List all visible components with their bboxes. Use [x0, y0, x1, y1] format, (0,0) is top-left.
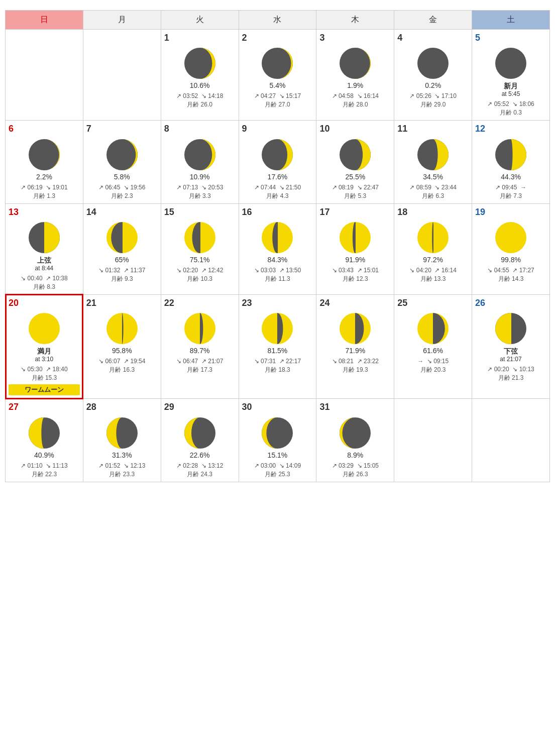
moon-age: 月齢 7.3 — [475, 192, 546, 200]
day-number: 2 — [242, 32, 313, 44]
moon-percent: 5.8% — [86, 173, 158, 181]
moon-image — [164, 417, 236, 449]
moon-image — [397, 312, 469, 345]
header-mon: 月 — [83, 11, 161, 30]
day-number: 26 — [475, 297, 546, 309]
day-number: 15 — [164, 206, 236, 219]
moon-percent: 34.5% — [397, 173, 469, 181]
day-number: 28 — [86, 401, 158, 413]
day-number: 31 — [319, 401, 391, 413]
table-row: 3015.1%↗ 03:00 ↘ 14:09月齢 25.3 — [239, 399, 316, 482]
moon-age: 月齢 6.3 — [397, 192, 469, 200]
moon-age: 月齢 17.3 — [164, 366, 236, 374]
rise-set-times: ↘ 01:32 ↗ 11:37 — [86, 266, 158, 275]
moon-age: 月齢 21.3 — [475, 374, 546, 382]
table-row: 2381.5%↘ 07:31 ↗ 22:17月齢 18.3 — [239, 294, 316, 398]
moon-image — [319, 47, 391, 79]
moon-age: 月齢 3.3 — [164, 192, 236, 200]
svg-point-13 — [495, 48, 526, 79]
day-number: 12 — [475, 123, 546, 135]
header-sun: 日 — [6, 11, 83, 30]
rise-set-times: ↗ 06:19 ↘ 19:01 — [9, 183, 80, 192]
table-row: 5新月at 5:45↗ 05:52 ↘ 18:06月齢 0.3 — [472, 30, 550, 121]
day-number: 24 — [319, 297, 391, 309]
moon-percent: 1.9% — [319, 81, 391, 89]
moon-age: 月齢 10.3 — [164, 275, 236, 283]
moon-image — [86, 139, 158, 171]
table-row: 1575.1%↘ 02:20 ↗ 12:42月齢 10.3 — [161, 203, 239, 294]
day-number: 22 — [164, 297, 236, 309]
table-row: 1465%↘ 01:32 ↗ 11:37月齢 9.3 — [83, 203, 161, 294]
day-number: 25 — [397, 297, 469, 309]
rise-set-times: ↗ 08:19 ↘ 22:47 — [319, 183, 391, 192]
moon-percent: 5.4% — [242, 81, 313, 89]
rise-set-times: ↗ 07:13 ↘ 20:53 — [164, 183, 236, 192]
moon-percent: 15.1% — [242, 451, 313, 459]
moon-age: 月齢 18.3 — [242, 366, 313, 374]
moon-image — [164, 47, 236, 79]
day-number: 8 — [164, 123, 236, 135]
moon-age: 月齢 0.3 — [475, 109, 546, 117]
moon-age: 月齢 20.3 — [397, 366, 469, 374]
day-number: 4 — [397, 32, 469, 44]
svg-point-60 — [495, 222, 526, 253]
moon-percent: 99.8% — [475, 256, 546, 264]
rise-set-times: ↗ 04:58 ↘ 16:14 — [319, 91, 391, 100]
rise-set-times: ↘ 06:47 ↗ 21:07 — [164, 357, 236, 366]
moon-image — [397, 47, 469, 79]
table-row: 13上弦at 8:44↘ 00:40 ↗ 10:38月齢 8.3 — [6, 203, 83, 294]
moon-percent: 8.9% — [319, 451, 391, 459]
moon-image — [164, 312, 236, 345]
moon-image — [475, 222, 546, 254]
rise-set-times: ↘ 05:30 ↗ 18:40 — [9, 365, 80, 374]
table-row: 31.9%↗ 04:58 ↘ 16:14月齢 28.0 — [316, 30, 394, 121]
moon-age: 月齢 27.0 — [242, 100, 313, 109]
table-row — [394, 399, 472, 482]
moon-age: 月齢 22.3 — [9, 470, 80, 479]
moon-percent: 81.5% — [242, 347, 313, 355]
moon-percent: 40.9% — [9, 451, 80, 459]
moon-image — [319, 139, 391, 171]
moon-age: 月齢 1.3 — [9, 192, 80, 200]
moon-age: 月齢 26.0 — [164, 100, 236, 109]
moon-image — [242, 417, 313, 449]
table-row: 25.4%↗ 04:27 ↘ 15:17月齢 27.0 — [239, 30, 316, 121]
table-row: 62.2%↗ 06:19 ↘ 19:01月齢 1.3 — [6, 121, 83, 203]
day-number: 19 — [475, 206, 546, 219]
day-number: 17 — [319, 206, 391, 219]
moon-image — [319, 312, 391, 345]
svg-point-61 — [29, 313, 60, 344]
day-number: 13 — [9, 206, 80, 219]
moon-percent: 84.3% — [242, 256, 313, 264]
day-number: 10 — [319, 123, 391, 135]
moon-age: 月齢 24.3 — [164, 470, 236, 479]
rise-set-times: ↗ 00:20 ↘ 10:13 — [475, 365, 546, 374]
moon-event-label: 新月 — [475, 81, 546, 90]
header-sat: 土 — [472, 11, 550, 30]
table-row: 1134.5%↗ 08:59 ↘ 23:44月齢 6.3 — [394, 121, 472, 203]
calendar-table: 日 月 火 水 木 金 土 110.6%↗ 03:52 ↘ 14:18月齢 26… — [5, 10, 550, 482]
moon-event-label: 下弦 — [475, 347, 546, 356]
table-row: 2740.9%↗ 01:10 ↘ 11:13月齢 22.3 — [6, 399, 83, 482]
moon-percent: 31.3% — [86, 451, 158, 459]
moon-age: 月齢 13.3 — [397, 275, 469, 283]
moon-age: 月齢 28.0 — [319, 100, 391, 109]
moon-image — [397, 139, 469, 171]
rise-set-times: ↘ 04:55 ↗ 17:27 — [475, 266, 546, 275]
moon-image — [397, 222, 469, 254]
moon-percent: 25.5% — [319, 173, 391, 181]
moon-image — [475, 47, 546, 79]
day-number: 14 — [86, 206, 158, 219]
rise-set-times: ↗ 01:52 ↘ 12:13 — [86, 461, 158, 470]
table-row: 810.9%↗ 07:13 ↘ 20:53月齢 3.3 — [161, 121, 239, 203]
moon-age: 月齢 11.3 — [242, 275, 313, 283]
day-number: 3 — [319, 32, 391, 44]
moon-age: 月齢 25.3 — [242, 470, 313, 479]
table-row: 20満月at 3:10↘ 05:30 ↗ 18:40月齢 15.3ワームムーン — [6, 294, 83, 398]
table-row: 1999.8%↘ 04:55 ↗ 17:27月齢 14.3 — [472, 203, 550, 294]
table-row: 1791.9%↘ 03:43 ↗ 15:01月齢 12.3 — [316, 203, 394, 294]
table-row: 917.6%↗ 07:44 ↘ 21:50月齢 4.3 — [239, 121, 316, 203]
header-wed: 水 — [239, 11, 316, 30]
day-number: 9 — [242, 123, 313, 135]
day-number: 18 — [397, 206, 469, 219]
